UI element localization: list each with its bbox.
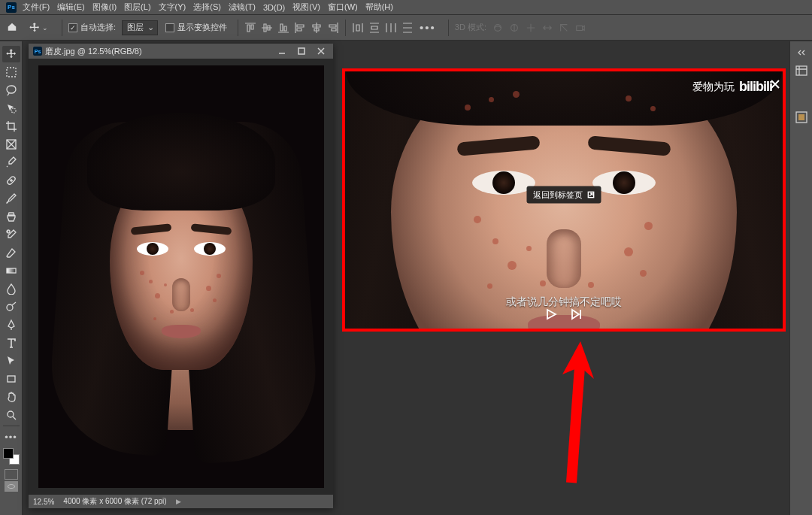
menu-edit[interactable]: 编辑(E) [57, 2, 85, 13]
distribute-h2-icon[interactable] [385, 22, 397, 34]
menu-window[interactable]: 窗口(W) [328, 2, 358, 13]
align-hcenter-icon[interactable] [311, 22, 323, 34]
menu-layer[interactable]: 图层(L) [124, 2, 150, 13]
svg-point-11 [8, 411, 14, 417]
more-options-icon[interactable]: ••• [420, 21, 436, 34]
rectangle-tool[interactable] [2, 371, 20, 387]
menu-file[interactable]: 文件(F) [23, 2, 50, 13]
menu-view[interactable]: 视图(V) [292, 2, 320, 13]
brush-tool[interactable] [2, 190, 20, 207]
foreground-background-colors[interactable] [3, 448, 20, 465]
align-bottom-icon[interactable] [277, 22, 289, 34]
separator [62, 20, 62, 36]
svg-rect-15 [298, 48, 304, 54]
separator [345, 20, 346, 36]
roll-3d-icon[interactable] [509, 23, 520, 33]
zoom-level[interactable]: 12.5% [33, 498, 54, 506]
menu-3d[interactable]: 3D(D) [263, 3, 285, 12]
menu-select[interactable]: 选择(S) [193, 2, 221, 13]
gradient-tool[interactable] [2, 262, 20, 279]
align-top-icon[interactable] [244, 22, 256, 34]
blur-tool[interactable] [2, 280, 20, 297]
annotation-arrow [541, 341, 594, 484]
mode-3d-icons [492, 23, 586, 33]
slide-3d-icon[interactable] [542, 23, 553, 33]
video-controls [544, 307, 583, 324]
distribute-v2-icon[interactable] [401, 22, 414, 34]
camera-3d-icon[interactable] [575, 23, 586, 33]
workspace: ••• Ps 磨皮.jpg @ 12.5%(RGB/8) [0, 41, 812, 515]
orbit-3d-icon[interactable] [492, 23, 503, 33]
clone-stamp-tool[interactable] [2, 208, 20, 225]
align-vcenter-icon[interactable] [261, 22, 273, 34]
play-button[interactable] [544, 307, 558, 324]
ps-doc-icon: Ps [33, 47, 42, 56]
hand-tool[interactable] [2, 389, 20, 405]
pen-tool[interactable] [2, 317, 20, 333]
align-right-icon[interactable] [327, 22, 339, 34]
return-to-tab-tooltip[interactable]: 返回到标签页 [527, 186, 601, 204]
eyedropper-tool[interactable] [2, 154, 20, 171]
menu-bar: Ps 文件(F) 编辑(E) 图像(I) 图层(L) 文字(Y) 选择(S) 滤… [0, 0, 812, 15]
quick-mask-icon[interactable] [5, 481, 18, 492]
document-dimensions: 4000 像素 x 6000 像素 (72 ppi) [63, 496, 166, 507]
options-bar: ⌄ 自动选择: 图层 显示变换控件 ••• 3D 模式: [0, 15, 812, 41]
spot-heal-tool[interactable] [2, 172, 20, 189]
separator [448, 20, 449, 36]
auto-select-checkbox[interactable] [68, 23, 77, 32]
dodge-tool[interactable] [2, 298, 20, 315]
menu-type[interactable]: 文字(Y) [159, 2, 186, 13]
frame-tool[interactable] [2, 136, 20, 153]
history-panel-icon[interactable] [795, 64, 808, 77]
show-transform-label: 显示变换控件 [177, 22, 227, 33]
properties-panel-icon[interactable] [795, 111, 808, 124]
distribute-h-icon[interactable] [352, 22, 364, 34]
tool-preset-move[interactable]: ⌄ [29, 22, 50, 34]
status-bar: 12.5% 4000 像素 x 6000 像素 (72 ppi) ▶ [29, 495, 333, 508]
document-title: 磨皮.jpg @ 12.5%(RGB/8) [45, 46, 273, 57]
history-brush-tool[interactable] [2, 226, 20, 243]
lasso-tool[interactable] [2, 82, 20, 98]
show-transform-checkbox[interactable] [165, 23, 174, 32]
svg-point-7 [7, 230, 10, 233]
close-button[interactable] [312, 45, 330, 57]
document-window: Ps 磨皮.jpg @ 12.5%(RGB/8) [29, 44, 333, 508]
type-tool[interactable] [2, 335, 20, 351]
crop-tool[interactable] [2, 118, 20, 135]
foreground-color-swatch[interactable] [3, 448, 14, 459]
expand-panels-icon[interactable] [797, 46, 806, 53]
home-button[interactable] [6, 22, 20, 34]
toolbox: ••• [0, 41, 23, 515]
menu-image[interactable]: 图像(I) [92, 2, 117, 13]
app-logo: Ps [6, 2, 17, 13]
svg-rect-12 [796, 66, 807, 75]
standard-mode-icon[interactable] [5, 469, 18, 480]
svg-point-0 [495, 24, 501, 31]
svg-rect-8 [7, 268, 16, 273]
move-tool[interactable] [2, 46, 20, 62]
zoom-tool[interactable] [2, 407, 20, 423]
svg-rect-2 [577, 26, 583, 30]
mode-3d-label: 3D 模式: [455, 22, 486, 33]
maximize-button[interactable] [292, 45, 311, 57]
quick-select-tool[interactable] [2, 100, 20, 117]
canvas-area[interactable] [29, 59, 333, 495]
menu-filter[interactable]: 滤镜(T) [229, 2, 256, 13]
path-select-tool[interactable] [2, 353, 20, 369]
marquee-tool[interactable] [2, 64, 20, 80]
zoom-3d-icon[interactable] [559, 23, 569, 33]
next-button[interactable] [570, 307, 583, 324]
auto-select-dropdown[interactable]: 图层 [122, 20, 158, 35]
svg-rect-14 [798, 114, 804, 120]
quick-mask-toggle[interactable] [5, 469, 18, 492]
menu-help[interactable]: 帮助(H) [365, 2, 393, 13]
align-left-icon[interactable] [294, 22, 306, 34]
document-tab[interactable]: Ps 磨皮.jpg @ 12.5%(RGB/8) [29, 44, 333, 59]
pan-3d-icon[interactable] [526, 23, 536, 33]
status-menu-icon[interactable]: ▶ [176, 498, 181, 505]
svg-point-4 [11, 108, 16, 113]
edit-toolbar-icon[interactable]: ••• [2, 429, 20, 445]
distribute-v-icon[interactable] [368, 22, 380, 34]
eraser-tool[interactable] [2, 244, 20, 261]
minimize-button[interactable] [273, 45, 291, 57]
